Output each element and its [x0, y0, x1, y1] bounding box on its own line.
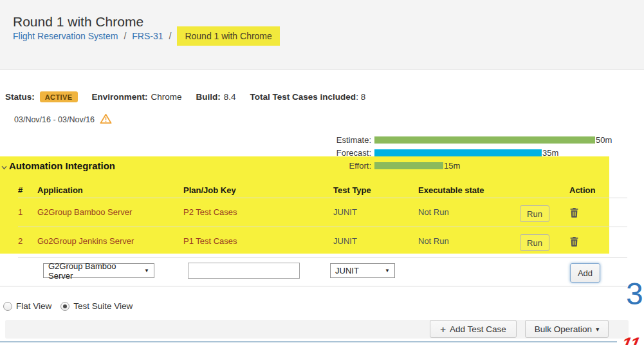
trash-icon[interactable]: [570, 237, 578, 248]
test-suite-view-radio[interactable]: [60, 302, 69, 311]
test-suite-view-label: Test Suite View: [73, 301, 133, 311]
annotation-step-number: 3: [626, 279, 643, 310]
chevron-down-icon[interactable]: [1, 162, 7, 172]
build-value: 8.4: [224, 92, 236, 102]
bulk-operation-button[interactable]: Bulk Operation ▾: [525, 320, 609, 338]
annotation-red-partial: 11: [621, 335, 644, 345]
chevron-down-icon: ▼: [385, 268, 390, 274]
forecast-bar-row: Forecast: 35m: [310, 149, 558, 157]
breadcrumb-current-highlighted: Round 1 with Chrome: [177, 26, 279, 46]
test-type-select[interactable]: JUNIT ▼: [330, 263, 395, 278]
test-cycle-page: Round 1 with Chrome Flight Reservation S…: [0, 0, 644, 345]
divider: [18, 227, 627, 227]
date-range-value: 03/Nov/16 - 03/Nov/16: [14, 115, 95, 124]
total-testcases-value: : 8: [356, 92, 365, 102]
breadcrumb-separator: /: [124, 31, 126, 41]
row-test-type: JUNIT: [333, 236, 357, 246]
row-plan-job-key: P1 Test Cases: [183, 236, 237, 246]
automation-section-title: Automation Integration: [9, 160, 115, 171]
flat-view-label: Flat View: [16, 301, 51, 311]
trash-icon[interactable]: [570, 208, 578, 219]
estimate-value: 50m: [596, 135, 612, 145]
chevron-down-icon: ▼: [144, 268, 149, 274]
plan-key-input[interactable]: [188, 263, 300, 279]
date-range-row: 03/Nov/16 - 03/Nov/16: [14, 113, 112, 126]
divider: [0, 341, 617, 342]
estimate-bar: [374, 136, 595, 144]
automation-table-header: # Application Plan/Job Key Test Type Exe…: [0, 185, 627, 198]
estimate-bar-row: Estimate: 50m: [310, 136, 612, 144]
breadcrumb-issue-link[interactable]: FRS-31: [132, 31, 163, 41]
breadcrumb-project-link[interactable]: Flight Reservation System: [13, 31, 118, 41]
row-application: G2Group Bamboo Server: [37, 207, 132, 217]
table-row: 2 Go2Group Jenkins Server P1 Test Cases …: [0, 236, 627, 249]
cycle-summary-row: Status: ACTIVE Environment: Chrome Build…: [5, 91, 365, 102]
row-executable-state: Not Run: [418, 207, 449, 217]
warning-triangle-icon: [100, 113, 112, 126]
forecast-bar: [374, 149, 542, 156]
row-application: Go2Group Jenkins Server: [37, 236, 134, 246]
row-plan-job-key: P2 Test Cases: [183, 207, 237, 217]
application-select[interactable]: G2Group Bamboo Server ▼: [43, 263, 154, 278]
col-plan-job-key: Plan/Job Key: [183, 185, 236, 195]
col-action: Action: [569, 185, 595, 195]
divider: [18, 198, 627, 198]
row-test-type: JUNIT: [333, 207, 357, 217]
status-label: Status:: [5, 92, 35, 102]
col-executable-state: Executable state: [418, 185, 484, 195]
estimate-label: Estimate:: [310, 135, 371, 145]
total-testcases-label: Total Test Cases included: [250, 92, 356, 102]
breadcrumb: Flight Reservation System / FRS-31 / Rou…: [13, 26, 280, 46]
row-num: 2: [18, 236, 23, 246]
status-badge: ACTIVE: [40, 91, 78, 102]
row-executable-state: Not Run: [418, 236, 449, 246]
environment-value: Chrome: [151, 92, 182, 102]
environment-label: Environment:: [92, 92, 148, 102]
effort-label: Effort:: [310, 161, 371, 171]
col-application: Application: [37, 185, 83, 195]
build-label: Build:: [196, 92, 221, 102]
plus-icon: +: [440, 324, 446, 335]
row-num: 1: [18, 207, 23, 217]
add-test-case-label: Add Test Case: [450, 324, 506, 334]
effort-value: 15m: [444, 161, 460, 171]
bulk-operation-label: Bulk Operation: [535, 324, 592, 334]
forecast-value: 35m: [542, 148, 558, 158]
forecast-label: Forecast:: [310, 148, 371, 158]
divider: [0, 286, 627, 286]
flat-view-radio[interactable]: [3, 302, 12, 311]
chevron-down-icon: ▾: [596, 326, 599, 333]
breadcrumb-separator: /: [169, 31, 172, 41]
effort-bar-row: Effort: 15m: [310, 162, 460, 170]
run-button[interactable]: Run: [520, 205, 549, 222]
divider: [18, 257, 627, 258]
col-test-type: Test Type: [333, 185, 371, 195]
application-select-value: G2Group Bamboo Server: [48, 261, 139, 281]
page-header: Round 1 with Chrome Flight Reservation S…: [0, 0, 644, 70]
add-button[interactable]: Add: [570, 263, 600, 283]
effort-bar: [374, 162, 443, 169]
add-test-case-button[interactable]: + Add Test Case: [430, 320, 517, 338]
run-button[interactable]: Run: [520, 234, 549, 251]
test-type-select-value: JUNIT: [335, 266, 359, 275]
col-num: #: [18, 185, 23, 195]
view-toggle: Flat View Test Suite View: [3, 301, 142, 311]
table-row: 1 G2Group Bamboo Server P2 Test Cases JU…: [0, 207, 627, 220]
